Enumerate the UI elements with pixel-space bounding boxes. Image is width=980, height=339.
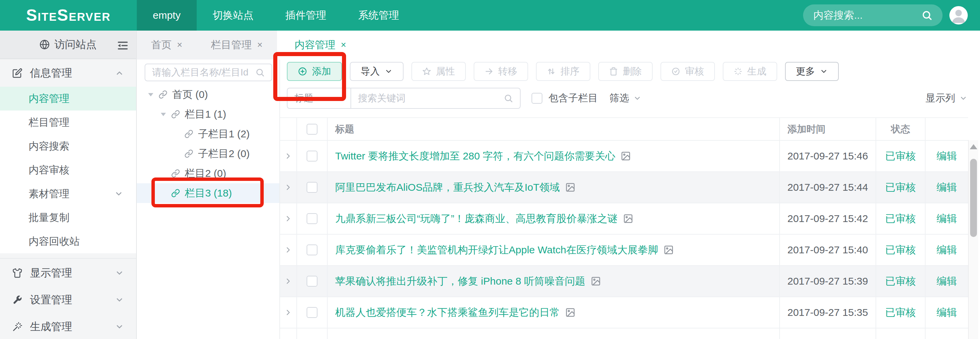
- nav-item-switch-site[interactable]: 切换站点: [197, 0, 269, 31]
- generate-button[interactable]: 生成: [723, 62, 777, 81]
- sidebar-item-batch-copy[interactable]: 批量复制: [0, 206, 136, 230]
- expand-cell[interactable]: [280, 234, 297, 265]
- row-checkbox[interactable]: [307, 213, 318, 224]
- expand-cell[interactable]: [280, 297, 297, 328]
- button-label: 删除: [623, 65, 642, 78]
- row-checkbox-cell: [297, 172, 328, 203]
- content-table: 标题 添加时间 状态 Twitter 要将推文长度增加至 280 字符，有六个问…: [280, 117, 968, 339]
- sidebar-section-generation-management[interactable]: 生成管理: [0, 313, 136, 339]
- edit-cell: 编辑: [926, 234, 968, 265]
- channel-search-input[interactable]: 请输入栏目名称/栏目Id: [145, 63, 272, 81]
- expand-cell[interactable]: [280, 172, 297, 203]
- sidebar-item-content-management[interactable]: 内容管理: [0, 87, 136, 111]
- caret-down-icon[interactable]: [146, 90, 155, 99]
- table-row: 苹果确认将推出升级补丁，修复 iPhone 8 听筒噪音问题 2017-09-2…: [280, 266, 968, 297]
- time-cell: 2017-09-27 15:46: [780, 141, 876, 171]
- content-title-link[interactable]: 机器人也爱搭便车？水下搭乘鲨鱼列车是它的日常: [335, 306, 560, 320]
- tree-node-subchannel1[interactable]: 子栏目1 (2): [137, 124, 279, 144]
- select-all-checkbox[interactable]: [307, 124, 318, 135]
- tab-bar: 首页× 栏目管理× 内容管理×: [137, 31, 980, 60]
- edit-link[interactable]: 编辑: [937, 212, 957, 226]
- row-checkbox[interactable]: [307, 307, 318, 318]
- import-button[interactable]: 导入: [350, 62, 404, 81]
- tab-label: 首页: [151, 38, 172, 52]
- edit-cell: 编辑: [926, 297, 968, 328]
- add-button[interactable]: 添加: [287, 62, 342, 81]
- tree-node-channel3-selected[interactable]: 栏目3 (18): [137, 183, 279, 203]
- edit-link[interactable]: 编辑: [937, 149, 957, 163]
- keyword-search-input[interactable]: 搜索关键词: [350, 88, 520, 109]
- edit-link[interactable]: 编辑: [937, 306, 957, 320]
- magic-wand-icon: [12, 322, 22, 332]
- table-scrollbar[interactable]: [968, 140, 978, 339]
- status-cell: 已审核: [876, 266, 926, 296]
- close-icon[interactable]: ×: [341, 40, 347, 50]
- link-icon: [159, 90, 167, 99]
- filter-toggle[interactable]: 筛选: [609, 92, 641, 105]
- tab-channel-management[interactable]: 栏目管理×: [197, 31, 277, 60]
- top-nav: empty 切换站点 插件管理 系统管理: [137, 0, 415, 31]
- nav-item-plugin-management[interactable]: 插件管理: [269, 0, 342, 31]
- sidebar-section-label: 显示管理: [30, 266, 72, 280]
- nav-item-site-empty[interactable]: empty: [137, 0, 197, 31]
- row-checkbox[interactable]: [307, 244, 318, 255]
- row-checkbox[interactable]: [307, 182, 318, 193]
- caret-down-icon[interactable]: [159, 110, 168, 119]
- content-title-link[interactable]: 阿里巴巴发布AliOS品牌，重兵投入汽车及IoT领域: [335, 181, 560, 195]
- display-columns-toggle[interactable]: 显示列: [926, 88, 967, 109]
- edit-link[interactable]: 编辑: [937, 243, 957, 257]
- expand-cell[interactable]: [280, 266, 297, 296]
- content-title-link[interactable]: Twitter 要将推文长度增加至 280 字符，有六个问题你需要关心: [335, 149, 615, 163]
- sidebar-section-info-management[interactable]: 信息管理: [0, 59, 136, 87]
- tab-home[interactable]: 首页×: [137, 31, 197, 60]
- tab-content-management[interactable]: 内容管理×: [277, 31, 364, 60]
- sort-button[interactable]: 排序: [536, 62, 590, 81]
- content-title-link[interactable]: 九鼎系新三板公司“玩嗨了”！庞森商业、高思教育股价暴涨之谜: [335, 212, 617, 226]
- content-title-link[interactable]: 库克要偷着乐了！美监管机构开绿灯让Apple Watch在医疗领域大展拳脚: [335, 243, 658, 257]
- sidebar-collapse-icon[interactable]: [116, 40, 129, 52]
- sidebar-section-settings-management[interactable]: 设置管理: [0, 286, 136, 313]
- tree-node-channel1[interactable]: 栏目1 (1): [137, 105, 279, 124]
- expand-cell[interactable]: [280, 203, 297, 234]
- user-avatar[interactable]: [950, 6, 968, 24]
- sidebar-item-channel-management[interactable]: 栏目管理: [0, 111, 136, 134]
- tree-node-label: 首页 (0): [172, 88, 208, 102]
- globe-icon: [40, 40, 50, 50]
- edit-cell: 编辑: [926, 266, 968, 296]
- search-field-select[interactable]: 标题: [287, 88, 350, 109]
- attributes-button[interactable]: 属性: [411, 62, 466, 81]
- sidebar-item-material-management[interactable]: 素材管理: [0, 182, 136, 206]
- sidebar-item-content-review[interactable]: 内容审核: [0, 158, 136, 182]
- review-button[interactable]: 审核: [660, 62, 715, 81]
- visit-site-button[interactable]: 访问站点: [0, 31, 136, 59]
- delete-button[interactable]: 删除: [598, 62, 653, 81]
- row-checkbox-cell: [297, 297, 328, 328]
- sidebar-item-label: 批量复制: [29, 211, 69, 225]
- expand-cell[interactable]: [280, 141, 297, 171]
- nav-item-system-management[interactable]: 系统管理: [342, 0, 415, 31]
- close-icon[interactable]: ×: [177, 40, 182, 50]
- sidebar-section-display-management[interactable]: 显示管理: [0, 260, 136, 286]
- row-checkbox[interactable]: [307, 150, 318, 162]
- include-subchannels-label: 包含子栏目: [549, 92, 598, 105]
- sidebar-item-content-search[interactable]: 内容搜索: [0, 134, 136, 158]
- content-search-input[interactable]: 内容搜索...: [803, 5, 943, 26]
- tree-node-channel2[interactable]: 栏目2 (0): [137, 163, 279, 183]
- content-title-link[interactable]: 苹果确认将推出升级补丁，修复 iPhone 8 听筒噪音问题: [335, 274, 585, 288]
- tree-node-home[interactable]: 首页 (0): [137, 85, 279, 105]
- sidebar-item-content-recycle-bin[interactable]: 内容回收站: [0, 230, 136, 253]
- search-icon[interactable]: [921, 10, 932, 21]
- edit-link[interactable]: 编辑: [937, 181, 957, 195]
- more-button[interactable]: 更多: [785, 62, 839, 81]
- header-status-cell: 状态: [876, 118, 926, 140]
- close-icon[interactable]: ×: [257, 40, 263, 50]
- transfer-button[interactable]: 转移: [474, 62, 528, 81]
- tree-node-subchannel2[interactable]: 子栏目2 (0): [137, 144, 279, 163]
- siteserver-logo: SITESERVER: [0, 7, 137, 24]
- scrollbar-thumb[interactable]: [970, 159, 977, 237]
- include-subchannels-checkbox[interactable]: [531, 93, 542, 104]
- scroll-up-arrow-icon[interactable]: [970, 144, 977, 149]
- edit-link[interactable]: 编辑: [937, 274, 957, 288]
- row-checkbox[interactable]: [307, 276, 318, 287]
- button-label: 更多: [796, 65, 815, 78]
